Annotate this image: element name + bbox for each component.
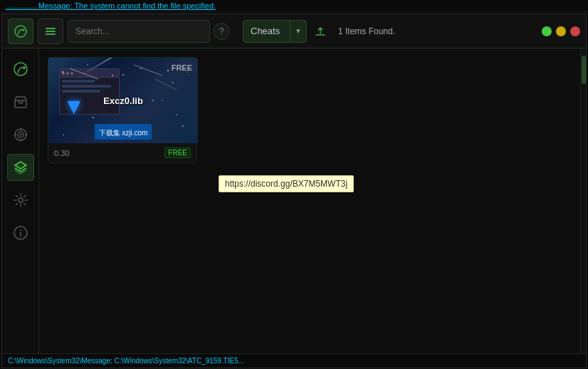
watermark-bg: 下载集 xzji.com (95, 124, 152, 140)
search-bar: ? (68, 20, 238, 43)
svg-rect-8 (15, 100, 26, 108)
menu-icon-btn[interactable] (38, 19, 63, 44)
svg-point-16 (19, 198, 23, 202)
svg-point-29 (162, 100, 163, 101)
scrollbar-thumb[interactable] (582, 56, 586, 84)
window-controls (542, 26, 580, 36)
svg-point-18 (20, 229, 21, 231)
card-title: Excz0.lib (103, 95, 143, 106)
maximize-button[interactable] (542, 26, 552, 36)
sidebar-item-layers[interactable] (7, 154, 34, 181)
svg-point-7 (23, 66, 26, 69)
svg-point-0 (15, 26, 26, 37)
svg-point-6 (14, 63, 27, 76)
content-area: FREE (2, 48, 586, 353)
watermark-text: 下载集 xzji.com (99, 129, 148, 137)
search-input[interactable] (68, 20, 210, 43)
svg-rect-3 (46, 31, 56, 32)
svg-line-21 (134, 65, 162, 76)
svg-point-27 (172, 82, 174, 83)
status-text: C:\Windows\System32\Message: C:\Windows\… (8, 357, 244, 365)
card-dot-1 (62, 72, 65, 75)
minimize-button[interactable] (556, 26, 566, 36)
svg-rect-4 (46, 33, 56, 35)
card-version: 0.30 (54, 149, 69, 157)
card-line-2 (62, 85, 111, 88)
card-dot-2 (66, 72, 69, 75)
svg-point-1 (23, 28, 25, 31)
card-line-3 (62, 90, 100, 93)
discord-tooltip: https://discord.gg/BX7M5MWT3j (219, 175, 354, 192)
upload-button[interactable] (311, 22, 330, 41)
cheats-label: Cheats (243, 26, 290, 36)
free-badge: FREE (172, 63, 192, 72)
watermark: 下载集 xzji.com (52, 124, 194, 140)
sidebar-item-aim[interactable] (7, 121, 34, 148)
svg-line-22 (155, 79, 177, 90)
error-bar: .............. Message: The system canno… (0, 0, 588, 12)
main-content: FREE (39, 48, 580, 353)
sidebar-item-info[interactable] (7, 219, 34, 246)
sidebar-item-store[interactable] (7, 88, 34, 115)
help-button[interactable]: ? (213, 23, 230, 40)
items-found: 1 Items Found. (338, 26, 395, 36)
card-tag: FREE (164, 147, 191, 158)
svg-point-11 (19, 134, 21, 136)
card-dot-3 (70, 72, 73, 75)
svg-point-26 (140, 68, 142, 69)
card-inner-titlebar (60, 69, 119, 78)
error-text: .............. Message: The system canno… (6, 1, 216, 10)
main-window: ? Cheats ▼ 1 Items Found. (1, 14, 587, 368)
cheats-dropdown[interactable]: Cheats ▼ (243, 20, 307, 43)
game-card[interactable]: FREE (48, 57, 197, 163)
title-bar: ? Cheats ▼ 1 Items Found. (2, 14, 586, 48)
svg-point-30 (176, 114, 177, 115)
close-button[interactable] (570, 26, 580, 36)
sidebar-item-logo[interactable] (7, 56, 34, 83)
chevron-down-icon: ▼ (290, 21, 306, 42)
svg-rect-5 (52, 28, 54, 29)
svg-point-24 (87, 64, 88, 66)
sidebar-item-settings[interactable] (7, 187, 34, 214)
card-image: FREE (48, 58, 198, 143)
sidebar (2, 48, 39, 353)
scrollbar-track[interactable] (580, 48, 586, 353)
logo-icon[interactable] (8, 19, 33, 44)
card-footer: 0.30 FREE (48, 143, 196, 162)
status-bar: C:\Windows\System32\Message: C:\Windows\… (2, 353, 586, 368)
card-line-1 (62, 80, 95, 83)
